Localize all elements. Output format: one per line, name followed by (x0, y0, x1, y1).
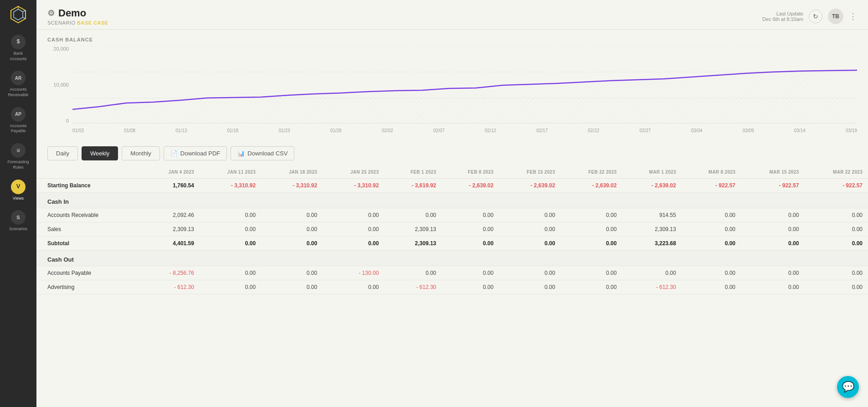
cell-starting-balance-feb22: - 2,639.02 (560, 179, 622, 193)
sidebar-item-forecasting-rules[interactable]: ≡ ForecastingRules (0, 139, 36, 175)
cash-flow-table: JAN 4 2023 JAN 11 2023 JAN 18 2023 JAN 2… (36, 166, 868, 294)
table-row: Starting Balance 1,760.54 - 3,310.92 - 3… (36, 179, 868, 193)
col-header-feb1: FEB 1 2023 (384, 166, 442, 179)
header-left: ⚙ Demo SCENARIO BASE CASE (47, 7, 108, 26)
sidebar-item-accounts-receivable-label: AccountsReceivable (8, 87, 29, 98)
header-title-block: ⚙ Demo SCENARIO BASE CASE (47, 7, 108, 26)
cell-starting-balance-jan11: - 3,310.92 (200, 179, 261, 193)
data-table-wrapper: JAN 4 2023 JAN 11 2023 JAN 18 2023 JAN 2… (36, 166, 868, 407)
scenario-label: SCENARIO BASE CASE (47, 20, 108, 26)
table-row: Accounts Receivable 2,092.46 0.00 0.00 0… (36, 208, 868, 222)
cell-starting-balance-jan25: - 3,310.92 (323, 179, 384, 193)
forecasting-rules-icon: ≡ (11, 143, 26, 158)
col-header-mar1: MAR 1 2023 (622, 166, 681, 179)
svg-marker-10 (72, 70, 857, 124)
row-label-subtotal-cashin: Subtotal (36, 237, 142, 251)
pdf-icon: 📄 (170, 150, 178, 157)
sidebar-item-views-label: Views (13, 196, 24, 201)
chart-y-axis: 20,000 10,000 0 (47, 46, 72, 124)
sidebar-item-scenarios-label: Scenarios (9, 227, 27, 232)
chart-title: CASH BALANCE (47, 37, 857, 42)
col-header-mar15: MAR 15 2023 (741, 166, 804, 179)
col-header-feb22: FEB 22 2023 (560, 166, 622, 179)
more-options-button[interactable]: ⋮ (849, 11, 857, 21)
refresh-button[interactable]: ↻ (809, 10, 822, 23)
svg-marker-1 (14, 9, 23, 20)
download-csv-button[interactable]: 📊 Download CSV (231, 146, 294, 160)
weekly-tab[interactable]: Weekly (82, 146, 118, 160)
table-row: Advertising - 612.30 0.00 0.00 0.00 - 61… (36, 280, 868, 294)
table-row: Cash In (36, 193, 868, 208)
cell-starting-balance-jan18: - 3,310.92 (261, 179, 323, 193)
download-csv-label: Download CSV (247, 150, 288, 157)
header-right: Last Update Dec 6th at 8:10am ↻ TB ⋮ (762, 9, 857, 24)
sidebar-item-views[interactable]: V Views (0, 175, 36, 206)
gear-icon: ⚙ (47, 8, 55, 18)
cell-starting-balance-jan4: 1,760.54 (142, 179, 200, 193)
row-label-sales: Sales (36, 222, 142, 237)
cell-starting-balance-mar22: - 922.57 (804, 179, 868, 193)
chart-section: CASH BALANCE 20,000 10,000 0 (36, 30, 868, 141)
accounts-receivable-icon: AR (11, 71, 26, 85)
daily-tab[interactable]: Daily (47, 146, 78, 160)
col-header-feb8: FEB 8 2023 (442, 166, 499, 179)
sidebar-item-bank-accounts-label: BankAccounts (10, 51, 26, 62)
page-title: ⚙ Demo (47, 7, 108, 19)
main-content: ⚙ Demo SCENARIO BASE CASE Last Update De… (36, 0, 868, 407)
monthly-tab[interactable]: Monthly (122, 146, 160, 160)
section-cash-out: Cash Out (36, 251, 868, 266)
chart-x-axis: 01/03 01/08 01/13 01/18 01/23 01/28 02/0… (72, 124, 857, 137)
row-label-starting-balance: Starting Balance (36, 179, 142, 193)
sidebar-item-forecasting-rules-label: ForecastingRules (7, 160, 29, 170)
chart-plot-area (72, 46, 857, 124)
csv-icon: 📊 (237, 150, 245, 157)
view-controls: Daily Weekly Monthly 📄 Download PDF 📊 Do… (36, 141, 868, 166)
cell-starting-balance-feb1: - 3,619.92 (384, 179, 442, 193)
app-logo[interactable] (8, 5, 28, 26)
cell-starting-balance-mar8: - 922.57 (682, 179, 741, 193)
sidebar-item-accounts-receivable[interactable]: AR AccountsReceivable (0, 66, 36, 102)
last-update-label: Last Update (762, 11, 803, 16)
table-row: Accounts Payable - 8,256.76 0.00 0.00 - … (36, 266, 868, 280)
row-label-accounts-payable: Accounts Payable (36, 266, 142, 280)
sidebar-item-accounts-payable[interactable]: AP AccountsPayable (0, 103, 36, 139)
chat-button[interactable]: 💬 (837, 376, 859, 398)
row-label-advertising: Advertising (36, 280, 142, 294)
cell-starting-balance-mar1: - 2,639.02 (622, 179, 681, 193)
download-pdf-label: Download PDF (180, 150, 220, 157)
avatar: TB (828, 9, 843, 24)
last-update: Last Update Dec 6th at 8:10am (762, 11, 803, 22)
col-header-feb15: FEB 15 2023 (499, 166, 560, 179)
cell-starting-balance-feb8: - 2,639.02 (442, 179, 499, 193)
cell-starting-balance-mar15: - 922.57 (741, 179, 804, 193)
scenario-value: BASE CASE (77, 20, 108, 26)
table-row: Subtotal 4,401.59 0.00 0.00 0.00 2,309.1… (36, 237, 868, 251)
sidebar: $ BankAccounts AR AccountsReceivable AP … (0, 0, 36, 407)
last-update-value: Dec 6th at 8:10am (762, 16, 803, 22)
col-header-mar8: MAR 8 2023 (682, 166, 741, 179)
col-header-label (36, 166, 142, 179)
sidebar-item-accounts-payable-label: AccountsPayable (10, 124, 26, 134)
section-cash-in: Cash In (36, 193, 868, 208)
accounts-payable-icon: AP (11, 107, 26, 122)
title-text: Demo (58, 7, 86, 19)
sidebar-item-scenarios[interactable]: S Scenarios (0, 206, 36, 237)
row-label-accounts-receivable: Accounts Receivable (36, 208, 142, 222)
table-row: Cash Out (36, 251, 868, 266)
col-header-mar22: MAR 22 2023 (804, 166, 868, 179)
sidebar-item-bank-accounts[interactable]: $ BankAccounts (0, 30, 36, 66)
bank-accounts-icon: $ (11, 35, 26, 49)
views-icon: V (11, 180, 26, 194)
download-pdf-button[interactable]: 📄 Download PDF (164, 146, 227, 160)
col-header-jan18: JAN 18 2023 (261, 166, 323, 179)
table-row: Sales 2,309.13 0.00 0.00 0.00 2,309.13 0… (36, 222, 868, 237)
page-header: ⚙ Demo SCENARIO BASE CASE Last Update De… (36, 0, 868, 30)
col-header-jan25: JAN 25 2023 (323, 166, 384, 179)
col-header-jan4: JAN 4 2023 (142, 166, 200, 179)
table-header-row: JAN 4 2023 JAN 11 2023 JAN 18 2023 JAN 2… (36, 166, 868, 179)
col-header-jan11: JAN 11 2023 (200, 166, 261, 179)
cell-starting-balance-feb15: - 2,639.02 (499, 179, 560, 193)
cash-balance-chart: 20,000 10,000 0 (47, 46, 857, 137)
scenarios-icon: S (11, 210, 26, 225)
